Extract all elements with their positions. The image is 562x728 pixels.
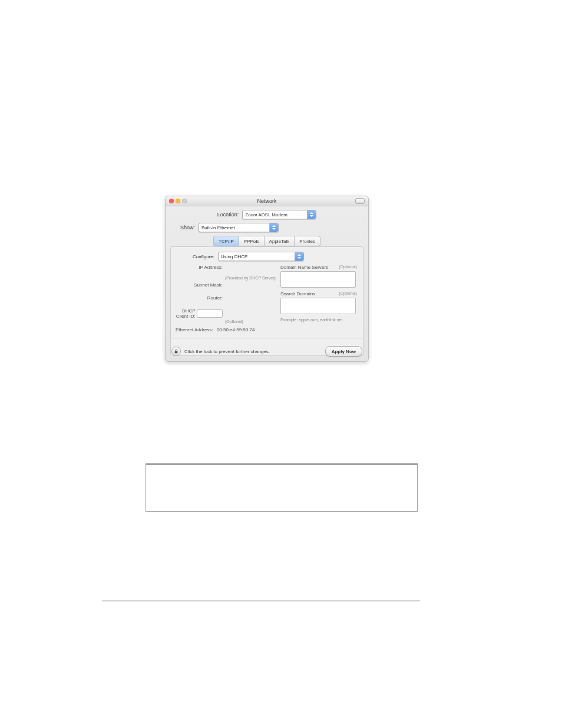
location-row: Location: Zoom ADSL Modem xyxy=(166,210,368,219)
dhcp-client-id-input[interactable] xyxy=(197,309,223,318)
tab-proxies[interactable]: Proxies xyxy=(295,236,320,246)
dns-optional-hint: (Optional) xyxy=(339,265,357,270)
location-value: Zoom ADSL Modem xyxy=(245,212,287,218)
divider xyxy=(170,338,363,338)
tab-strip: TCP/IP PPPoE AppleTalk Proxies xyxy=(213,236,320,246)
tab-label: Proxies xyxy=(299,239,315,244)
document-page: Network Location: Zoom ADSL Modem Show: … xyxy=(0,0,562,728)
search-domains-textarea[interactable] xyxy=(280,298,356,314)
ethernet-address-value: 00:50:e4:59:90:74 xyxy=(217,327,255,332)
show-value: Built-in Ethernet xyxy=(201,225,235,230)
tab-label: PPPoE xyxy=(244,239,259,244)
tab-tcpip[interactable]: TCP/IP xyxy=(213,236,239,246)
chevron-updown-icon xyxy=(307,210,316,219)
ip-provided-hint: (Provided by DHCP Server) xyxy=(225,276,276,280)
ip-address-label: IP Address: xyxy=(199,265,223,270)
svg-rect-0 xyxy=(175,351,178,354)
dhcp-client-id-label: DHCP Client ID: xyxy=(176,308,196,319)
location-label: Location: xyxy=(217,212,239,218)
router-label: Router: xyxy=(207,295,223,301)
lock-icon[interactable] xyxy=(171,347,181,356)
configure-popup[interactable]: Using DHCP xyxy=(218,252,304,261)
show-row: Show: Built-in Ethernet xyxy=(177,223,368,232)
tcpip-pane: Configure: Using DHCP IP Address: (Provi… xyxy=(170,246,363,356)
tcpip-right-column: Domain Name Servers (Optional) Search Do… xyxy=(280,265,357,322)
note-box-top-bar xyxy=(146,464,417,465)
tab-appletalk[interactable]: AppleTalk xyxy=(265,236,295,246)
configure-label: Configure: xyxy=(176,254,214,259)
configure-row: Configure: Using DHCP xyxy=(176,252,358,261)
dns-label: Domain Name Servers xyxy=(280,265,328,270)
dns-textarea[interactable] xyxy=(280,271,356,288)
window-titlebar: Network xyxy=(166,196,368,206)
window-bottom-row: Click the lock to prevent further change… xyxy=(171,346,362,357)
page-footer-rule xyxy=(102,601,420,601)
ethernet-address-label: Ethernet Address: xyxy=(176,327,213,332)
apply-now-button[interactable]: Apply Now xyxy=(325,346,362,357)
tab-label: TCP/IP xyxy=(219,239,234,244)
search-domains-optional-hint: (Optional) xyxy=(339,291,357,297)
network-window: Network Location: Zoom ADSL Modem Show: … xyxy=(165,196,369,362)
window-title: Network xyxy=(166,198,368,204)
search-domains-label: Search Domains xyxy=(280,291,315,297)
chevron-updown-icon xyxy=(269,223,278,232)
tcpip-left-column: IP Address: (Provided by DHCP Server) Su… xyxy=(176,265,276,335)
dhcp-optional-hint: (Optional) xyxy=(225,319,276,324)
location-popup[interactable]: Zoom ADSL Modem xyxy=(242,210,316,219)
apply-now-label: Apply Now xyxy=(332,349,356,354)
note-box xyxy=(146,463,418,512)
search-domains-example: Example: apple.com, earthlink.net xyxy=(280,318,357,322)
toolbar-pill-icon[interactable] xyxy=(355,198,365,204)
chevron-updown-icon xyxy=(295,252,303,261)
lock-text: Click the lock to prevent further change… xyxy=(184,349,270,354)
subnet-mask-label: Subnet Mask: xyxy=(194,282,223,288)
configure-value: Using DHCP xyxy=(221,254,247,259)
tab-pppoe[interactable]: PPPoE xyxy=(239,236,265,246)
tab-label: AppleTalk xyxy=(269,239,290,244)
show-label: Show: xyxy=(177,225,195,230)
show-popup[interactable]: Built-in Ethernet xyxy=(199,223,279,232)
